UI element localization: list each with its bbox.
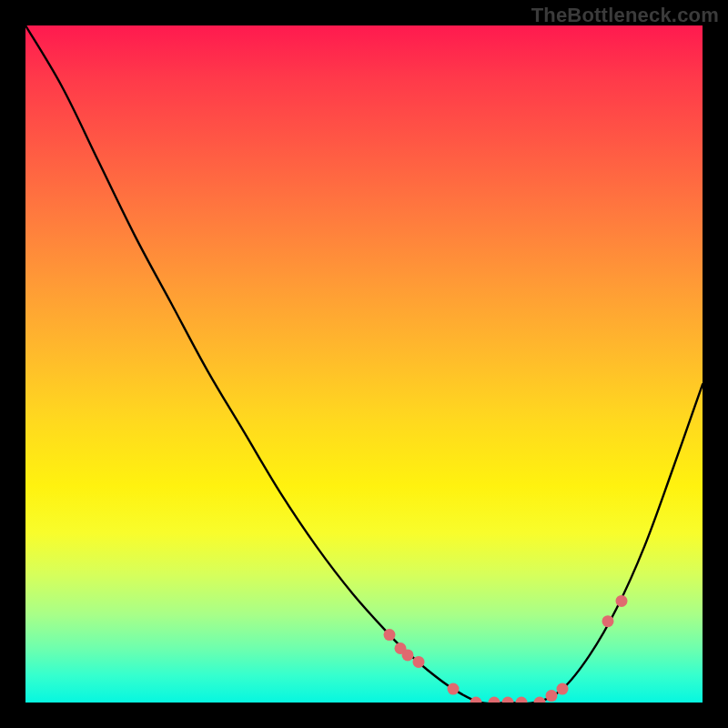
highlight-dot	[516, 697, 528, 703]
chart-container: TheBottleneck.com	[0, 0, 728, 728]
highlight-dots	[384, 595, 628, 703]
highlight-dot	[557, 683, 569, 695]
highlight-dot	[534, 697, 546, 703]
highlight-dot	[448, 683, 460, 695]
watermark-text: TheBottleneck.com	[531, 4, 719, 27]
highlight-dot	[489, 697, 500, 703]
highlight-dot	[616, 595, 628, 607]
bottleneck-curve	[25, 25, 703, 703]
plot-area	[25, 25, 703, 703]
highlight-dot	[546, 690, 558, 702]
highlight-dot	[384, 629, 396, 641]
highlight-dot	[502, 697, 514, 703]
highlight-dot	[470, 697, 482, 703]
highlight-dot	[402, 649, 414, 661]
highlight-dot	[413, 656, 425, 668]
highlight-dot	[602, 615, 614, 627]
curve-svg	[25, 25, 703, 703]
